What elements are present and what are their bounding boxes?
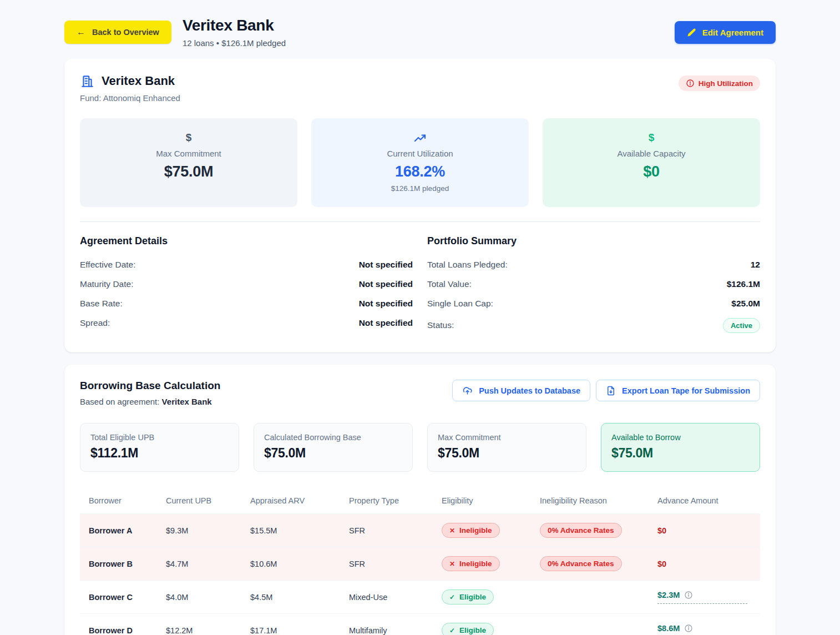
cell-appraised-arv: $4.5M [246, 581, 345, 614]
advance-amount-tooltip-trigger[interactable]: $8.6M [657, 624, 747, 635]
summary-value: $75.0M [438, 446, 576, 461]
detail-label: Spread: [80, 318, 110, 328]
portfolio-row-single-loan-cap: Single Loan Cap: $25.0M [427, 294, 760, 313]
detail-value: Not specified [359, 279, 413, 289]
based-on-agreement: Based on agreement: Veritex Bank [80, 397, 220, 406]
stat-sub: $126.1M pledged [322, 184, 518, 193]
detail-row-base-rate: Base Rate: Not specified [80, 294, 413, 313]
detail-row-maturity-date: Maturity Date: Not specified [80, 274, 413, 294]
summary-value: $75.0M [611, 446, 750, 461]
cell-current-upb: $12.2M [161, 614, 246, 635]
eligible-badge: ✓Eligible [442, 623, 494, 635]
eligible-badge: ✓Eligible [442, 589, 494, 604]
header-titles: Veritex Bank 12 loans • $126.1M pledged [183, 17, 286, 48]
based-on-agreement-name: Veritex Bank [162, 397, 212, 406]
detail-value: Not specified [359, 260, 413, 270]
dollar-icon: $ [554, 132, 749, 145]
portfolio-label: Status: [427, 320, 454, 330]
info-icon[interactable] [684, 591, 693, 599]
stat-value: $75.0M [91, 163, 286, 180]
detail-value: Not specified [359, 299, 413, 309]
cell-current-upb: $9.3M [161, 514, 246, 547]
status-badge: Active [723, 318, 760, 333]
pencil-icon [687, 28, 696, 37]
back-button-label: Back to Overview [92, 28, 159, 37]
portfolio-summary-section: Portfolio Summary Total Loans Pledged: 1… [427, 235, 760, 337]
check-icon: ✓ [449, 627, 455, 634]
col-eligibility: Eligibility [437, 487, 535, 514]
page-header: ← Back to Overview Veritex Bank 12 loans… [64, 17, 776, 48]
detail-label: Effective Date: [80, 260, 136, 270]
agreement-stats: $ Max Commitment $75.0M Current Utilizat… [80, 118, 760, 207]
cell-appraised-arv: $10.6M [246, 547, 345, 581]
stat-current-utilization: Current Utilization 168.2% $126.1M pledg… [311, 118, 529, 207]
cloud-upload-icon [462, 385, 473, 396]
summary-label: Available to Borrow [611, 433, 750, 442]
eligibility-label: Eligible [459, 593, 486, 601]
file-download-icon [606, 386, 616, 396]
ineligible-badge: ✕Ineligible [442, 523, 500, 538]
portfolio-summary-heading: Portfolio Summary [427, 235, 760, 247]
col-borrower: Borrower [80, 487, 161, 514]
advance-amount: $2.3M [657, 591, 680, 599]
cell-appraised-arv: $17.1M [246, 614, 345, 635]
trend-up-icon [322, 132, 518, 145]
detail-row-effective-date: Effective Date: Not specified [80, 255, 413, 274]
edit-agreement-button[interactable]: Edit Agreement [675, 21, 776, 44]
high-utilization-label: High Utilization [699, 79, 753, 88]
bank-name: Veritex Bank [102, 74, 175, 88]
agreement-details-section: Agreement Details Effective Date: Not sp… [80, 235, 413, 337]
divider [80, 221, 760, 222]
alert-circle-icon [686, 79, 695, 88]
x-icon: ✕ [449, 527, 455, 535]
cell-borrower: Borrower C [80, 581, 161, 614]
cell-ineligibility-reason [535, 614, 653, 635]
ineligibility-reason-badge: 0% Advance Rates [540, 523, 622, 538]
stat-label: Current Utilization [322, 149, 518, 158]
page-subtitle: 12 loans • $126.1M pledged [183, 38, 286, 48]
reason-label: 0% Advance Rates [548, 526, 614, 535]
ineligibility-reason-badge: 0% Advance Rates [540, 556, 622, 571]
borrowing-base-summary: Total Eligible UPB $112.1M Calculated Bo… [80, 423, 760, 472]
detail-row-spread: Spread: Not specified [80, 313, 413, 332]
col-advance-amount: Advance Amount [653, 487, 760, 514]
back-to-overview-button[interactable]: ← Back to Overview [64, 21, 171, 44]
col-current-upb: Current UPB [161, 487, 246, 514]
portfolio-label: Total Loans Pledged: [427, 260, 508, 270]
back-arrow-icon: ← [77, 28, 85, 37]
portfolio-value: $126.1M [727, 279, 760, 289]
col-appraised-arv: Appraised ARV [246, 487, 345, 514]
summary-max-commitment: Max Commitment $75.0M [427, 423, 586, 472]
cell-property-type: SFR [345, 514, 437, 547]
page-container: ← Back to Overview Veritex Bank 12 loans… [64, 0, 776, 635]
cell-property-type: SFR [345, 547, 437, 581]
cell-borrower: Borrower B [80, 547, 161, 581]
fund-label: Fund: Attonomiq Enhanced [80, 93, 180, 103]
eligibility-label: Ineligible [459, 560, 492, 568]
advance-amount-tooltip-trigger[interactable]: $2.3M [657, 591, 747, 604]
push-updates-label: Push Updates to Database [479, 386, 580, 395]
summary-available-to-borrow: Available to Borrow $75.0M [601, 423, 760, 472]
col-ineligibility-reason: Ineligibility Reason [535, 487, 653, 514]
portfolio-row-status: Status: Active [427, 313, 760, 337]
portfolio-value: 12 [751, 260, 760, 270]
check-icon: ✓ [449, 593, 455, 601]
table-row: Borrower A $9.3M $15.5M SFR ✕Ineligible … [80, 514, 760, 547]
info-icon[interactable] [684, 624, 693, 633]
portfolio-row-total-value: Total Value: $126.1M [427, 274, 760, 294]
summary-label: Calculated Borrowing Base [264, 433, 402, 442]
advance-amount: $0 [657, 560, 666, 568]
high-utilization-badge: High Utilization [679, 75, 760, 91]
portfolio-label: Single Loan Cap: [427, 299, 493, 309]
export-loan-tape-button[interactable]: Export Loan Tape for Submission [596, 380, 760, 401]
table-row: Borrower B $4.7M $10.6M SFR ✕Ineligible … [80, 547, 760, 581]
summary-value: $75.0M [264, 446, 402, 461]
push-updates-button[interactable]: Push Updates to Database [452, 380, 590, 401]
stat-label: Max Commitment [91, 149, 286, 158]
eligibility-label: Eligible [459, 626, 486, 634]
agreement-details-heading: Agreement Details [80, 235, 413, 247]
ineligible-badge: ✕Ineligible [442, 556, 500, 571]
dollar-icon: $ [91, 132, 286, 145]
table-header-row: Borrower Current UPB Appraised ARV Prope… [80, 487, 760, 514]
cell-property-type: Mixed-Use [345, 581, 437, 614]
